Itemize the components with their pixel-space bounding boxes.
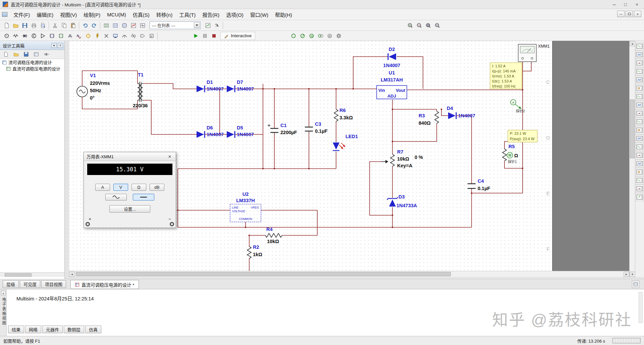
cut-icon[interactable]	[50, 21, 59, 30]
canvas-hscrollbar[interactable]: ◄ ►	[69, 271, 629, 277]
vscroll-thumb[interactable]	[630, 100, 635, 158]
toolbox-sheet-icon[interactable]	[32, 50, 41, 59]
pause-button[interactable]	[200, 32, 209, 40]
toolbox-visibility-icon[interactable]	[42, 50, 51, 59]
spectrum-analyzer-icon[interactable]	[636, 143, 644, 151]
function-generator-icon[interactable]	[636, 51, 644, 59]
child-restore-button[interactable]	[626, 11, 633, 17]
canvas-vscrollbar[interactable]: ▲ ▼	[629, 41, 635, 277]
place-misc-icon[interactable]	[102, 32, 111, 40]
network-analyzer-icon[interactable]	[636, 151, 644, 159]
in-use-list-combo[interactable]: --- 在列表 ---	[150, 21, 201, 29]
agilent-generator-icon[interactable]	[636, 160, 644, 168]
toolbox-new-icon[interactable]	[1, 50, 10, 59]
place-electromechanical-icon[interactable]	[129, 32, 138, 40]
frequency-counter-icon[interactable]	[636, 93, 644, 101]
tab-copper-layers[interactable]: 敷铜层	[64, 326, 84, 333]
new-icon[interactable]	[2, 21, 11, 30]
tab-results[interactable]: 结果	[8, 326, 24, 333]
zoom-area-icon[interactable]	[424, 21, 433, 30]
spreadsheet-view-icon[interactable]	[111, 21, 120, 30]
dc-mode-button[interactable]	[133, 194, 154, 200]
spreadsheet-scrollbar[interactable]	[639, 292, 643, 323]
probe-differential-icon[interactable]	[316, 32, 325, 40]
agilent-oscilloscope-icon[interactable]	[636, 176, 644, 184]
mode-ampere-button[interactable]: A	[95, 184, 110, 191]
minus-terminal-socket[interactable]	[170, 222, 174, 226]
scroll-up-icon[interactable]: ▲	[630, 41, 635, 46]
logic-analyzer-icon[interactable]	[636, 118, 644, 126]
scroll-left-icon[interactable]: ◄	[69, 272, 75, 277]
scroll-down-icon[interactable]: ▼	[630, 272, 635, 277]
graphs-icon[interactable]	[129, 21, 138, 30]
menu-mcu[interactable]: MCU(M)	[104, 10, 129, 19]
probe-digital-icon[interactable]	[325, 32, 334, 40]
menu-options[interactable]: 选项(O)	[223, 9, 247, 20]
place-cmos-icon[interactable]	[56, 32, 65, 40]
open-icon[interactable]	[11, 21, 20, 30]
bode-plotter-icon[interactable]	[636, 84, 644, 92]
paste-icon[interactable]	[68, 21, 77, 30]
redo-icon[interactable]	[90, 21, 99, 30]
place-misc-digital-icon[interactable]	[65, 32, 74, 40]
menu-view[interactable]: 视图(V)	[57, 9, 80, 20]
tab-simulation[interactable]: 仿真	[85, 326, 101, 333]
close-button[interactable]: ×	[632, 1, 642, 8]
tab-nets[interactable]: 网络	[25, 326, 41, 333]
zoom-fit-icon[interactable]	[433, 21, 442, 30]
copy-icon[interactable]	[59, 21, 68, 30]
oscilloscope-icon[interactable]	[636, 67, 644, 75]
mode-ohm-button[interactable]: Ω	[131, 184, 146, 191]
child-close-button[interactable]: ×	[634, 11, 641, 17]
multimeter-dialog[interactable]: 万用表-XMM1 × 15.301 V A V Ω dB 设置... + −	[84, 152, 176, 228]
mode-db-button[interactable]: dB	[150, 184, 164, 191]
chevron-down-icon[interactable]	[194, 22, 200, 28]
mode-volt-button[interactable]: V	[113, 184, 128, 191]
place-analog-icon[interactable]	[38, 32, 47, 40]
panel-dock-icon[interactable]: ▾	[51, 43, 57, 48]
print-preview-icon[interactable]	[38, 21, 47, 30]
dialog-close-icon[interactable]: ×	[166, 154, 173, 159]
tab-hierarchy[interactable]: 层级	[3, 280, 19, 288]
stop-button[interactable]	[209, 32, 218, 40]
plus-terminal-socket[interactable]	[86, 222, 90, 226]
place-indicator-icon[interactable]	[84, 32, 93, 40]
logic-converter-icon[interactable]	[636, 109, 644, 117]
multimeter-dialog-titlebar[interactable]: 万用表-XMM1 ×	[84, 152, 176, 161]
iv-analyzer-icon[interactable]	[636, 126, 644, 134]
menu-transfer[interactable]: 转移(n)	[153, 9, 176, 20]
menu-place[interactable]: 绘制(P)	[80, 9, 104, 20]
place-peripherals-icon[interactable]	[111, 32, 120, 40]
multimeter-instrument-icon[interactable]	[636, 42, 644, 50]
find-component-icon[interactable]: ?	[212, 21, 221, 30]
toolbox-save-icon[interactable]	[21, 50, 31, 59]
distortion-analyzer-icon[interactable]	[636, 134, 644, 142]
probe-power-icon[interactable]: W	[307, 32, 316, 40]
word-generator-icon[interactable]	[636, 101, 644, 109]
undo-icon[interactable]	[80, 21, 90, 30]
place-source-icon[interactable]	[2, 32, 11, 40]
probe-current-icon[interactable]	[298, 32, 307, 40]
place-power-icon[interactable]	[93, 32, 102, 40]
sheet-tab-active[interactable]: 直流可调稳压电源的设计 *	[70, 280, 139, 289]
menu-help[interactable]: 帮助(H)	[272, 9, 296, 20]
probe-annotation-current[interactable]: I: 1.52 A I(p-p): 145 mA I(rms): 1.53 A …	[490, 63, 522, 89]
place-mcu-icon[interactable]: µ	[147, 32, 156, 40]
simulation-profile-selector[interactable]: Interactive	[220, 32, 255, 40]
agilent-multimeter-icon[interactable]	[636, 168, 644, 176]
four-channel-scope-icon[interactable]	[636, 76, 644, 84]
place-rf-icon[interactable]	[120, 32, 129, 40]
place-diode-icon[interactable]	[20, 32, 29, 40]
minimize-button[interactable]: ─	[609, 1, 619, 8]
tree-item-root[interactable]: 流可调稳压电源的设计	[0, 59, 64, 65]
current-probe-instrument-icon[interactable]	[636, 193, 644, 201]
place-transistor-icon[interactable]	[29, 32, 38, 40]
wattmeter-icon[interactable]	[636, 59, 644, 67]
ac-mode-button[interactable]	[105, 194, 127, 200]
settings-button[interactable]: 设置...	[109, 205, 150, 213]
tab-components[interactable]: 元器件	[42, 326, 63, 333]
menu-window[interactable]: 窗口(W)	[247, 9, 272, 20]
component-wizard-icon[interactable]	[138, 21, 147, 30]
probe-annotation-power[interactable]: P: 23.1 W P(avg): 23.4 W	[508, 130, 537, 142]
erc-icon[interactable]	[203, 21, 212, 30]
